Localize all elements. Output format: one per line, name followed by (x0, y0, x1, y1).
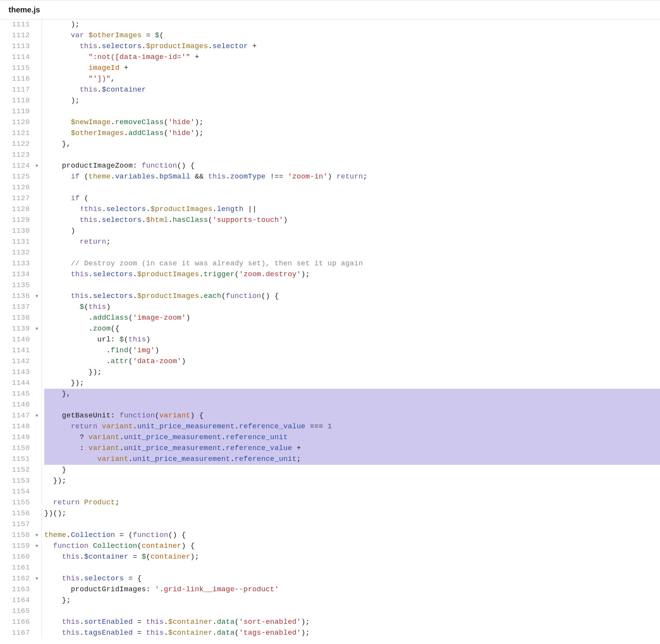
line-number[interactable]: 1131 (0, 237, 42, 248)
line-number[interactable]: 1141 (0, 345, 42, 356)
line-number[interactable]: 1135 (0, 280, 42, 291)
line-number[interactable]: 1151 (0, 454, 42, 465)
code-line[interactable]: ) (44, 226, 660, 237)
line-number[interactable]: 1144 (0, 378, 42, 389)
line-number[interactable]: 1164 (0, 595, 42, 606)
line-number[interactable]: 1148 (0, 421, 42, 432)
line-number[interactable]: 1145 (0, 389, 42, 400)
line-number[interactable]: 1158▼ (0, 530, 42, 541)
code-line[interactable]: getBaseUnit: function(variant) { (44, 410, 660, 421)
fold-toggle-icon[interactable]: ▼ (35, 530, 38, 541)
code-line[interactable]: var $otherImages = $( (44, 30, 660, 41)
line-number[interactable]: 1121 (0, 128, 42, 139)
code-line[interactable]: .addClass('image-zoom') (44, 313, 660, 324)
line-number[interactable]: 1134 (0, 269, 42, 280)
code-line[interactable] (44, 400, 660, 410)
line-number[interactable]: 1120 (0, 117, 42, 128)
code-line[interactable]: ); (44, 19, 660, 30)
code-line[interactable]: }, (44, 389, 660, 400)
line-number[interactable]: 1130 (0, 226, 42, 237)
code-line[interactable]: theme.Collection = (function() { (44, 530, 660, 541)
code-line[interactable]: ); (44, 95, 660, 106)
code-line[interactable]: }); (44, 367, 660, 378)
code-line[interactable]: this.$container = $(container); (44, 552, 660, 563)
line-number[interactable]: 1111 (0, 19, 42, 30)
line-number[interactable]: 1124▼ (0, 161, 42, 171)
code-line[interactable]: this.tagsEnabled = this.$container.data(… (44, 628, 660, 639)
line-number[interactable]: 1118 (0, 95, 42, 106)
code-line[interactable] (44, 519, 660, 530)
code-line[interactable] (44, 606, 660, 617)
code-line[interactable]: productGridImages: '.grid-link__image--p… (44, 584, 660, 595)
code-line[interactable]: this.$container (44, 85, 660, 95)
code-line[interactable]: this.selectors.$html.hasClass('supports-… (44, 215, 660, 226)
line-number[interactable]: 1136▼ (0, 291, 42, 302)
code-line[interactable]: // Destroy zoom (in case it was already … (44, 258, 660, 269)
code-line[interactable]: $otherImages.addClass('hide'); (44, 128, 660, 139)
code-line[interactable] (44, 248, 660, 258)
line-number[interactable]: 1153 (0, 476, 42, 486)
line-number[interactable]: 1123 (0, 150, 42, 161)
line-number[interactable]: 1113 (0, 41, 42, 52)
line-number[interactable]: 1146 (0, 400, 42, 410)
line-number[interactable]: 1119 (0, 106, 42, 117)
code-line[interactable]: "'])", (44, 74, 660, 85)
line-number[interactable]: 1140 (0, 334, 42, 345)
line-number[interactable]: 1122 (0, 139, 42, 150)
line-number[interactable]: 1166 (0, 617, 42, 628)
line-number[interactable]: 1116 (0, 74, 42, 85)
code-line[interactable]: ? variant.unit_price_measurement.referen… (44, 432, 660, 443)
line-number[interactable]: 1112 (0, 30, 42, 41)
line-number[interactable]: 1115 (0, 63, 42, 74)
line-number[interactable]: 1155 (0, 497, 42, 508)
code-line[interactable]: $(this) (44, 302, 660, 313)
line-number[interactable]: 1126 (0, 182, 42, 193)
line-number[interactable]: 1125 (0, 171, 42, 182)
code-line[interactable]: function Collection(container) { (44, 541, 660, 552)
fold-toggle-icon[interactable]: ▼ (35, 291, 38, 302)
line-number-gutter[interactable]: 1111111211131114111511161117111811191120… (0, 19, 42, 639)
line-number[interactable]: 1147▼ (0, 410, 42, 421)
code-line[interactable]: this.selectors.$productImages.selector + (44, 41, 660, 52)
line-number[interactable]: 1159▼ (0, 541, 42, 552)
line-number[interactable]: 1165 (0, 606, 42, 617)
code-line[interactable]: .find('img') (44, 345, 660, 356)
code-line[interactable]: }; (44, 595, 660, 606)
code-line[interactable]: }); (44, 378, 660, 389)
line-number[interactable]: 1162▼ (0, 573, 42, 584)
line-number[interactable]: 1129 (0, 215, 42, 226)
line-number[interactable]: 1161 (0, 563, 42, 573)
code-line[interactable]: return; (44, 237, 660, 248)
code-line[interactable] (44, 182, 660, 193)
code-line[interactable]: $newImage.removeClass('hide'); (44, 117, 660, 128)
fold-toggle-icon[interactable]: ▼ (35, 573, 38, 584)
line-number[interactable]: 1163 (0, 584, 42, 595)
code-line[interactable]: }, (44, 139, 660, 150)
line-number[interactable]: 1154 (0, 486, 42, 497)
code-line[interactable]: if ( (44, 193, 660, 204)
code-line[interactable]: this.selectors.$productImages.each(funct… (44, 291, 660, 302)
code-line[interactable]: .zoom({ (44, 324, 660, 334)
code-line[interactable] (44, 486, 660, 497)
fold-toggle-icon[interactable]: ▼ (35, 161, 38, 171)
code-line[interactable]: return Product; (44, 497, 660, 508)
line-number[interactable]: 1132 (0, 248, 42, 258)
line-number[interactable]: 1149 (0, 432, 42, 443)
code-line[interactable]: }); (44, 476, 660, 486)
code-line[interactable]: url: $(this) (44, 334, 660, 345)
code-line[interactable]: })(); (44, 508, 660, 519)
line-number[interactable]: 1117 (0, 85, 42, 95)
code-line[interactable]: : variant.unit_price_measurement.referen… (44, 443, 660, 454)
line-number[interactable]: 1114 (0, 52, 42, 63)
code-line[interactable] (44, 280, 660, 291)
code-area[interactable]: ); var $otherImages = $( this.selectors.… (42, 19, 660, 639)
code-line[interactable] (44, 150, 660, 161)
line-number[interactable]: 1160 (0, 552, 42, 563)
code-line[interactable]: this.selectors = { (44, 573, 660, 584)
line-number[interactable]: 1150 (0, 443, 42, 454)
code-line[interactable]: this.selectors.$productImages.trigger('z… (44, 269, 660, 280)
line-number[interactable]: 1142 (0, 356, 42, 367)
fold-toggle-icon[interactable]: ▼ (35, 410, 38, 421)
line-number[interactable]: 1128 (0, 204, 42, 215)
line-number[interactable]: 1139▼ (0, 324, 42, 334)
